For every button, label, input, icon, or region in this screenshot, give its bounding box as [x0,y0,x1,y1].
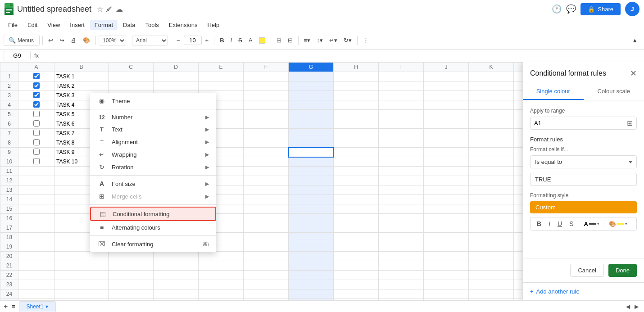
cell-d20[interactable] [154,252,199,261]
cell-f10[interactable] [244,157,289,167]
cell-i9[interactable] [379,148,424,157]
cell-h21[interactable] [334,261,379,271]
cell-k16[interactable] [469,214,514,223]
menu-format[interactable]: Format [90,20,118,30]
cell-i16[interactable] [379,214,424,223]
cell-f17[interactable] [244,223,289,233]
menu-item-alignment[interactable]: ≡ Alignment ▶ [90,136,216,148]
cell-a10[interactable] [18,157,54,167]
cell-e20[interactable] [199,252,244,261]
cell-k18[interactable] [469,233,514,242]
share-button[interactable]: 🔒 Share [581,3,621,15]
cell-j7[interactable] [424,129,469,138]
text-color-button[interactable]: A [246,35,255,45]
col-header-d[interactable]: D [154,63,199,72]
italic-button[interactable]: I [228,35,235,45]
cell-k2[interactable] [469,81,514,91]
cell-d25[interactable] [154,299,199,301]
menu-item-conditional-formatting[interactable]: ▤ Conditional formatting [90,207,216,221]
cell-k24[interactable] [469,289,514,299]
cell-f11[interactable] [244,167,289,176]
rotate-button[interactable]: ↻▾ [341,35,354,45]
cell-g4[interactable] [289,100,334,110]
print-button[interactable]: 🖨 [68,35,79,45]
cell-j22[interactable] [424,271,469,280]
cell-b25[interactable] [54,299,109,301]
cell-a23[interactable] [18,280,54,289]
cell-c22[interactable] [109,271,154,280]
cell-k8[interactable] [469,138,514,148]
checkbox-a2[interactable] [33,82,40,89]
cell-i7[interactable] [379,129,424,138]
cell-f3[interactable] [244,91,289,100]
cell-reference-input[interactable]: G9 [4,51,31,60]
checkbox-a10[interactable] [33,158,40,164]
cell-g6[interactable] [289,119,334,129]
menu-item-rotation[interactable]: ↻ Rotation ▶ [90,161,216,173]
cell-k1[interactable] [469,72,514,81]
cell-f22[interactable] [244,271,289,280]
menu-view[interactable]: View [43,20,64,30]
cell-f25[interactable] [244,299,289,301]
cell-k23[interactable] [469,280,514,289]
doc-title[interactable]: Untitled spreadsheet [17,5,91,14]
cell-j21[interactable] [424,261,469,271]
col-header-k[interactable]: K [469,63,514,72]
cell-a7[interactable] [18,129,54,138]
cell-a9[interactable] [18,148,54,157]
cell-i1[interactable] [379,72,424,81]
cell-h4[interactable] [334,100,379,110]
cell-e22[interactable] [199,271,244,280]
cell-f20[interactable] [244,252,289,261]
cell-a11[interactable] [18,167,54,176]
cell-c2[interactable] [109,81,154,91]
cell-g24[interactable] [289,289,334,299]
cf-add-rule-button[interactable]: + Add another rule [523,282,644,300]
cell-j1[interactable] [424,72,469,81]
cell-g23[interactable] [289,280,334,289]
cell-g17[interactable] [289,223,334,233]
cell-a18[interactable] [18,233,54,242]
col-header-b[interactable]: B [54,63,109,72]
cell-i20[interactable] [379,252,424,261]
cf-range-input[interactable] [534,120,625,127]
menu-item-wrapping[interactable]: ↵ Wrapping ▶ [90,148,216,161]
cell-j11[interactable] [424,167,469,176]
cell-b22[interactable] [54,271,109,280]
cell-f4[interactable] [244,100,289,110]
cell-h20[interactable] [334,252,379,261]
sheets-menu-icon[interactable]: ≡ [11,303,15,310]
move-icon[interactable]: 🖉 [106,5,113,13]
cell-j20[interactable] [424,252,469,261]
cell-a12[interactable] [18,176,54,185]
cell-f8[interactable] [244,138,289,148]
checkbox-a7[interactable] [33,130,40,136]
col-header-c[interactable]: C [109,63,154,72]
col-header-j[interactable]: J [424,63,469,72]
font-size-increase-button[interactable]: + [203,35,212,45]
checkbox-a9[interactable] [33,149,40,155]
cell-h25[interactable] [334,299,379,301]
cell-e23[interactable] [199,280,244,289]
cell-i2[interactable] [379,81,424,91]
cell-g16[interactable] [289,214,334,223]
cell-k15[interactable] [469,204,514,214]
cell-i14[interactable] [379,195,424,204]
menu-file[interactable]: File [4,20,22,30]
cell-k4[interactable] [469,100,514,110]
cell-k22[interactable] [469,271,514,280]
cell-h7[interactable] [334,129,379,138]
cell-h17[interactable] [334,223,379,233]
cell-c1[interactable] [109,72,154,81]
checkbox-a6[interactable] [33,120,40,127]
cell-j12[interactable] [424,176,469,185]
cell-a17[interactable] [18,223,54,233]
menu-item-theme[interactable]: ◉ Theme [90,95,216,107]
menu-tools[interactable]: Tools [141,20,163,30]
cell-i8[interactable] [379,138,424,148]
menu-item-text[interactable]: T Text ▶ [90,123,216,136]
history-icon[interactable]: 🕐 [552,4,562,14]
cell-i21[interactable] [379,261,424,271]
cell-h6[interactable] [334,119,379,129]
cf-close-button[interactable]: ✕ [630,68,637,78]
